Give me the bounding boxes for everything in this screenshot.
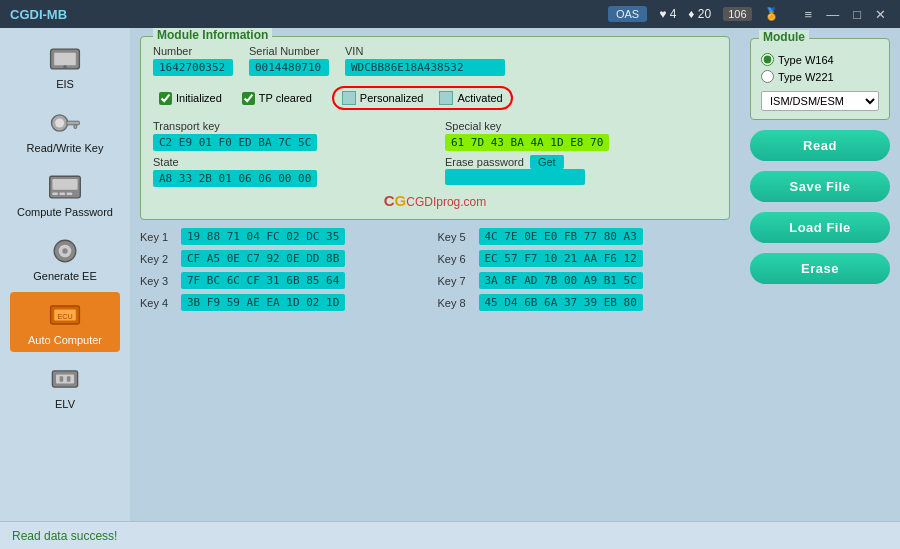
key-value-4: 3B F9 59 AE EA 1D 02 1D <box>181 294 345 311</box>
state-label: State <box>153 156 425 168</box>
app-name: CGDI-MB <box>10 7 67 22</box>
sidebar-item-elv[interactable]: ELV <box>10 356 120 416</box>
type-w164-input[interactable] <box>761 53 774 66</box>
svg-text:ECU: ECU <box>57 312 72 321</box>
hearts-icon: ♥ 4 <box>659 7 676 21</box>
window-controls[interactable]: ≡ — □ ✕ <box>801 7 890 22</box>
erase-password-label: Erase password <box>445 156 524 168</box>
type-w221-label: Type W221 <box>778 71 834 83</box>
auto-computer-icon: ECU <box>43 298 87 332</box>
initialized-label: Initialized <box>176 92 222 104</box>
table-row: Key 2 CF A5 0E C7 92 0E DD 8B <box>140 250 433 267</box>
table-row: Key 3 7F BC 6C CF 31 6B 85 64 <box>140 272 433 289</box>
type-w164-label: Type W164 <box>778 54 834 66</box>
svg-rect-10 <box>60 192 65 195</box>
key-value-5: 4C 7E 0E E0 FB 77 80 A3 <box>479 228 643 245</box>
highlighted-indicators: Personalized Activated <box>332 86 513 110</box>
get-button[interactable]: Get <box>530 155 564 169</box>
transport-key-label: Transport key <box>153 120 425 132</box>
logo-rest: CGDIprog.com <box>406 195 486 209</box>
personalized-label: Personalized <box>360 92 424 104</box>
info-row-top: Number 1642700352 Serial Number 00144807… <box>153 45 717 76</box>
module-box: Module Type W164 Type W221 ISM/DSM/ESM E… <box>750 38 890 120</box>
close-button[interactable]: ✕ <box>871 7 890 22</box>
type-w164-radio[interactable]: Type W164 <box>761 53 879 66</box>
type-w221-input[interactable] <box>761 70 774 83</box>
vin-value: WDCBB86E18A438532 <box>345 59 505 76</box>
load-file-button[interactable]: Load File <box>750 212 890 243</box>
sidebar-item-read-write-key[interactable]: Read/Write Key <box>10 100 120 160</box>
activated-indicator: Activated <box>439 91 502 105</box>
tp-cleared-checkbox[interactable]: TP cleared <box>242 92 312 105</box>
read-button[interactable]: Read <box>750 130 890 161</box>
menu-button[interactable]: ≡ <box>801 7 817 22</box>
module-info-title: Module Information <box>153 28 272 42</box>
special-key-group: Special key 61 7D 43 BA 4A 1D E8 70 <box>445 120 717 151</box>
eis-icon <box>43 42 87 76</box>
maximize-button[interactable]: □ <box>849 7 865 22</box>
vin-label: VIN <box>345 45 505 57</box>
serial-label: Serial Number <box>249 45 329 57</box>
save-file-button[interactable]: Save File <box>750 171 890 202</box>
minimize-button[interactable]: — <box>822 7 843 22</box>
svg-rect-9 <box>52 192 57 195</box>
type-w221-radio[interactable]: Type W221 <box>761 70 879 83</box>
erase-group: Erase password Get <box>445 155 717 188</box>
sidebar-item-generate-ee[interactable]: Generate EE <box>10 228 120 288</box>
svg-rect-19 <box>56 375 74 384</box>
module-dropdown[interactable]: ISM/DSM/ESM EIS ELV <box>761 91 879 111</box>
right-panel: Module Type W164 Type W221 ISM/DSM/ESM E… <box>740 28 900 521</box>
status-bar: Read data success! <box>0 521 900 549</box>
radio-group: Type W164 Type W221 ISM/DSM/ESM EIS ELV <box>761 53 879 111</box>
transport-key-value: C2 E9 01 F0 ED BA 7C 5C <box>153 134 317 151</box>
keys-grid: Key 1 19 88 71 04 FC 02 DC 35 Key 5 4C 7… <box>140 228 730 311</box>
key-label-4: Key 4 <box>140 297 175 309</box>
table-row: Key 1 19 88 71 04 FC 02 DC 35 <box>140 228 433 245</box>
oas-badge: OAS <box>608 6 647 22</box>
key-label-3: Key 3 <box>140 275 175 287</box>
logo-cg: C <box>384 192 395 209</box>
table-row: Key 7 3A 8F AD 7B 00 A9 B1 5C <box>438 272 731 289</box>
svg-point-2 <box>63 65 67 69</box>
initialized-checkbox[interactable]: Initialized <box>159 92 222 105</box>
compute-icon <box>43 170 87 204</box>
checkbox-row: Initialized TP cleared Personalized Acti… <box>153 82 717 114</box>
diamonds-icon: ♦ 20 <box>688 7 711 21</box>
key-label-5: Key 5 <box>438 231 473 243</box>
key-label-1: Key 1 <box>140 231 175 243</box>
special-key-label: Special key <box>445 120 717 132</box>
key-icon <box>43 106 87 140</box>
eis-label: EIS <box>56 78 74 90</box>
read-write-key-label: Read/Write Key <box>27 142 104 154</box>
table-row: Key 8 45 D4 6B 6A 37 39 EB 80 <box>438 294 731 311</box>
tp-cleared-input[interactable] <box>242 92 255 105</box>
initialized-input[interactable] <box>159 92 172 105</box>
svg-rect-8 <box>52 179 77 190</box>
vin-field: VIN WDCBB86E18A438532 <box>345 45 505 76</box>
key-value-8: 45 D4 6B 6A 37 39 EB 80 <box>479 294 643 311</box>
generate-ee-label: Generate EE <box>33 270 97 282</box>
number-value: 1642700352 <box>153 59 233 76</box>
key-label-2: Key 2 <box>140 253 175 265</box>
key-label-7: Key 7 <box>438 275 473 287</box>
svg-rect-6 <box>74 125 77 129</box>
status-message: Read data success! <box>12 529 117 543</box>
special-key-value: 61 7D 43 BA 4A 1D E8 70 <box>445 134 609 151</box>
generate-ee-icon <box>43 234 87 268</box>
sidebar-item-compute-password[interactable]: Compute Password <box>10 164 120 224</box>
logo-row: CGCGDIprog.com <box>153 192 717 209</box>
number-field: Number 1642700352 <box>153 45 233 76</box>
sidebar-item-eis[interactable]: EIS <box>10 36 120 96</box>
serial-value: 0014480710 <box>249 59 329 76</box>
key-label-8: Key 8 <box>438 297 473 309</box>
erase-button[interactable]: Erase <box>750 253 890 284</box>
title-bar-right: OAS ♥ 4 ♦ 20 106 🏅 ≡ — □ ✕ <box>608 6 890 22</box>
table-row: Key 5 4C 7E 0E E0 FB 77 80 A3 <box>438 228 731 245</box>
erase-password-value <box>445 169 585 185</box>
transport-special-row: Transport key C2 E9 01 F0 ED BA 7C 5C Sp… <box>153 120 717 151</box>
svg-rect-20 <box>60 376 64 381</box>
elv-label: ELV <box>55 398 75 410</box>
table-row: Key 4 3B F9 59 AE EA 1D 02 1D <box>140 294 433 311</box>
activated-box <box>439 91 453 105</box>
sidebar-item-auto-computer[interactable]: ECU Auto Computer <box>10 292 120 352</box>
